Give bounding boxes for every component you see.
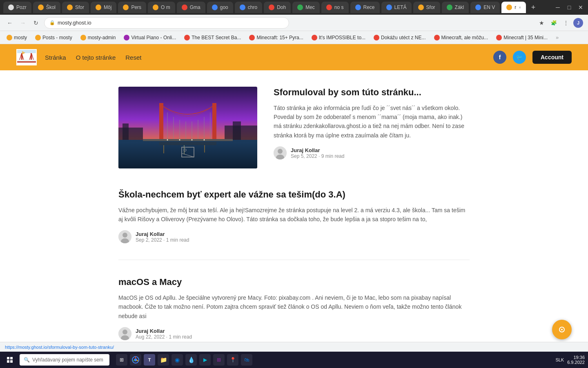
bookmark-favicon: [312, 35, 317, 40]
featured-post-date: Sep 5, 2022: [291, 153, 317, 159]
more-bookmarks[interactable]: »: [556, 34, 559, 40]
header-actions: f 🐦 Account: [493, 51, 572, 64]
drop-icon: 💧: [188, 357, 195, 363]
site-logo[interactable]: [16, 49, 37, 65]
bookmark-minecraft-pyra[interactable]: Minecraft: 15+ Pyra...: [247, 34, 305, 41]
forward-button[interactable]: →: [18, 18, 28, 28]
tab-pers[interactable]: Pers: [118, 2, 146, 13]
svg-point-31: [204, 139, 205, 141]
bookmark-star-button[interactable]: ★: [537, 18, 546, 28]
bookmark-favicon: [35, 35, 41, 40]
nav-stranka[interactable]: Stránka: [45, 54, 66, 61]
maps-taskbar-icon[interactable]: 📍: [227, 354, 238, 366]
tab-sfor2[interactable]: Sfor: [413, 2, 440, 13]
post-2-separator: ·: [163, 237, 166, 243]
tab-pozr[interactable]: ○ Pozr: [3, 2, 31, 13]
tab-favicon: ○: [8, 4, 14, 10]
address-bar[interactable]: 🔒 mosty.ghost.io: [44, 17, 289, 29]
bookmark-posts-mosty[interactable]: Posts - mosty: [33, 34, 74, 41]
tab-nos[interactable]: no s: [321, 2, 349, 13]
close-window-button[interactable]: ✕: [577, 4, 585, 11]
floating-action-button[interactable]: [552, 320, 572, 339]
teams-taskbar-icon[interactable]: T: [144, 354, 155, 366]
reload-button[interactable]: ↻: [31, 18, 41, 28]
taskbar-search[interactable]: 🔍 Vyhľadávaný pojem napíšte sem: [20, 354, 109, 366]
tab-active[interactable]: r ×: [501, 2, 526, 13]
tab-rece[interactable]: Rece: [350, 2, 380, 13]
store-taskbar-icon[interactable]: 🛍: [241, 354, 252, 366]
taskbar-date: 6.9.2022: [567, 360, 585, 365]
minimize-button[interactable]: ─: [554, 4, 562, 11]
featured-post-read-time: 9 min read: [321, 153, 345, 159]
tab-label: Sfor: [75, 4, 84, 10]
tab-favicon: [38, 4, 44, 10]
task-view-icon: ⊞: [120, 357, 124, 363]
back-button[interactable]: ←: [5, 18, 15, 28]
tab-moj[interactable]: Môj: [91, 2, 116, 13]
bookmark-mosty-admin[interactable]: mosty-admin: [79, 34, 118, 41]
bookmark-minecraft-mini[interactable]: Minecraft | 35 Mini...: [494, 34, 549, 41]
bookmark-label: Minecraft, ale môžu...: [441, 35, 488, 40]
tab-chro[interactable]: chro: [235, 2, 262, 13]
site-nav: Stránka O tejto stránke Reset: [45, 54, 141, 61]
post-3-read-time: 1 min read: [169, 334, 192, 340]
bookmark-impossible[interactable]: It's IMPOSSIBLE to...: [310, 34, 367, 41]
post-2-title[interactable]: Škola-nechcem byť expert ale vážne sa te…: [118, 189, 470, 201]
bookmark-favicon: [374, 35, 379, 40]
tab-env[interactable]: EN V: [470, 2, 500, 13]
twitter-icon[interactable]: 🐦: [513, 51, 526, 64]
calc-taskbar-icon[interactable]: ⊞: [213, 354, 225, 366]
terminal-icon: ▶: [203, 357, 207, 363]
tab-doh[interactable]: Doh: [264, 2, 291, 13]
nav-reset[interactable]: Reset: [125, 54, 141, 61]
edge-taskbar-icon[interactable]: ◉: [172, 354, 183, 366]
featured-post-title[interactable]: Sformuloval by som túto stránku...: [274, 87, 470, 99]
start-button[interactable]: [3, 353, 16, 366]
tab-label: no s: [334, 4, 344, 10]
featured-author-details: Juraj Kollar Sep 5, 2022 · 9 min read: [291, 147, 344, 159]
post-3-author-avatar: [118, 327, 131, 340]
tab-mec[interactable]: Mec: [292, 2, 320, 13]
tab-om[interactable]: O m: [148, 2, 175, 13]
maximize-button[interactable]: □: [565, 4, 573, 11]
bookmark-virtual-piano[interactable]: Virtual Piano - Onli...: [122, 34, 178, 41]
facebook-icon[interactable]: f: [493, 51, 506, 64]
post-2-date: Sep 2, 2022: [136, 237, 162, 243]
profile-avatar[interactable]: J: [573, 18, 583, 28]
more-button[interactable]: ⋮: [561, 18, 571, 28]
taskbar-time: 19:36 6.9.2022: [567, 355, 585, 365]
task-view-button[interactable]: ⊞: [116, 354, 127, 366]
bookmark-dokazu[interactable]: Dokážu utéct z NE...: [372, 34, 427, 41]
bookmarks-bar: mosty Posts - mosty mosty-admin Virtual …: [0, 31, 588, 44]
featured-post-separator: ·: [318, 153, 321, 159]
terminal-taskbar-icon[interactable]: ▶: [199, 354, 211, 366]
post-3-title[interactable]: macOS a Macy: [118, 276, 470, 288]
chrome-taskbar-icon[interactable]: [130, 354, 141, 366]
nav-o-tejto-stranke[interactable]: O tejto stránke: [76, 54, 116, 61]
extension-button[interactable]: 🧩: [549, 18, 559, 28]
bookmark-mosty[interactable]: mosty: [5, 34, 29, 41]
tab-sfor[interactable]: Sfor: [62, 2, 89, 13]
tab-leta[interactable]: LETÁ: [381, 2, 412, 13]
bookmark-minecraft-mozu[interactable]: Minecraft, ale môžu...: [432, 34, 490, 41]
post-3-author-info: Juraj Kollar Aug 22, 2022 · 1 min read: [118, 327, 470, 340]
logo-svg: [17, 50, 36, 65]
taskbar-lang: SLK: [555, 357, 564, 362]
new-tab-button[interactable]: +: [528, 2, 539, 13]
bookmark-favicon: [249, 35, 255, 40]
file-explorer-taskbar-icon[interactable]: 📁: [158, 354, 169, 366]
post-2-author-meta: Sep 2, 2022 · 1 min read: [136, 237, 189, 243]
tab-skol[interactable]: Škol: [33, 2, 60, 13]
svg-point-44: [122, 233, 127, 238]
close-icon[interactable]: ×: [519, 5, 521, 10]
tab-goo[interactable]: goo: [207, 2, 233, 13]
account-button[interactable]: Account: [532, 51, 572, 64]
featured-post-image[interactable]: [118, 87, 257, 168]
bookmark-best-secret[interactable]: The BEST Secret Ba...: [183, 34, 243, 41]
featured-post-author-info: Juraj Kollar Sep 5, 2022 · 9 min read: [274, 146, 470, 159]
svg-rect-14: [122, 123, 129, 140]
tab-gma[interactable]: Gma: [177, 2, 205, 13]
tab-zakl[interactable]: Zákl: [442, 2, 469, 13]
post-2-author-name: Juraj Kollar: [136, 231, 189, 237]
drop-taskbar-icon[interactable]: 💧: [185, 354, 197, 366]
